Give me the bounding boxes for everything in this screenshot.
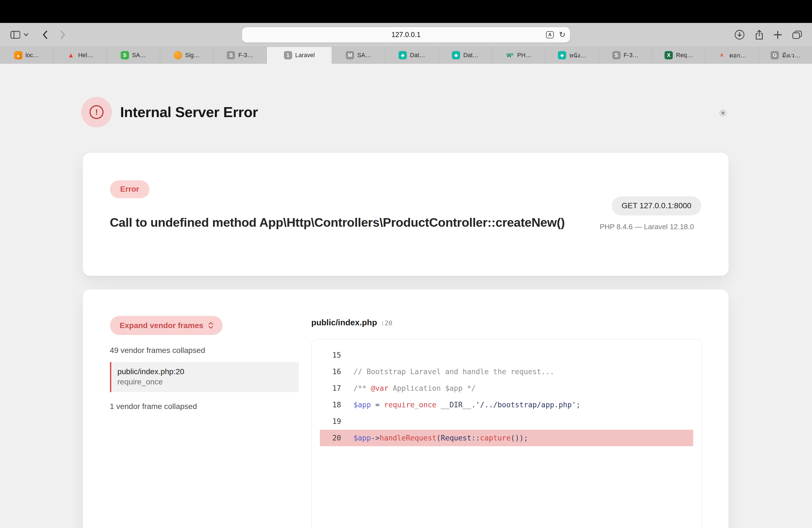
reload-icon[interactable]: ↻ <box>559 31 566 39</box>
line-number: 20 <box>320 434 341 442</box>
tab-label: Dat… <box>463 52 479 59</box>
frame-method: require_once <box>117 378 292 386</box>
tab-label: หนัง… <box>569 50 586 60</box>
line-number: 16 <box>320 368 341 376</box>
tab-4[interactable]: SF-3… <box>214 47 267 64</box>
error-page: ! Internal Server Error ☀ Error Call to … <box>0 64 812 528</box>
tab-label: F-3… <box>238 52 253 59</box>
tab-overview-icon[interactable] <box>793 31 802 39</box>
code-line-19: 19 <box>320 413 693 430</box>
favicon-g-gray-icon: G <box>771 51 779 59</box>
url-bar[interactable]: 127.0.0.1 A ↻ <box>242 27 570 43</box>
code-text: $app = require_once __DIR__.'/../bootstr… <box>353 401 581 409</box>
tab-14[interactable]: Gมีงเว… <box>759 47 812 64</box>
tab-12[interactable]: XReq… <box>652 47 706 64</box>
chevron-up-down-icon <box>208 322 214 329</box>
tab-3[interactable]: Sig… <box>160 47 214 64</box>
code-snippet-column: public/index.php :20 1516// Bootstrap La… <box>311 318 702 528</box>
favicon-laravel-icon: ▲ <box>67 51 75 59</box>
code-file-header: public/index.php :20 <box>311 318 702 327</box>
favicon-m-gray-icon: M <box>346 51 354 59</box>
page-title: Internal Server Error <box>120 104 258 120</box>
code-lines: 1516// Bootstrap Laravel and handle the … <box>311 347 701 446</box>
screen: 127.0.0.1 A ↻ ▲loc…▲Hel…SSA…Sig…SF-3…1La… <box>0 0 812 528</box>
favicon-red-chevrons-icon: « <box>718 51 726 59</box>
favicon-one-gray-icon: 1 <box>284 51 292 59</box>
tab-label: Laravel <box>295 52 315 59</box>
favicon-teal-icon: ◆ <box>558 51 566 59</box>
favicon-excel-icon: X <box>665 51 673 59</box>
toolbar-right-group <box>735 23 802 47</box>
error-circle-icon: ! <box>81 97 112 128</box>
code-text: /** @var Application $app */ <box>353 384 476 392</box>
favicon-teal-icon: ◆ <box>398 51 407 59</box>
tab-6[interactable]: MSA… <box>332 47 385 64</box>
error-summary-card: Error Call to undefined method App\Http\… <box>83 153 729 276</box>
tab-label: มีงเว… <box>782 50 800 60</box>
line-number: 19 <box>320 417 341 426</box>
tab-label: SA… <box>132 52 146 59</box>
code-text: $app->handleRequest(Request::capture()); <box>353 434 528 442</box>
code-line-20-highlighted: 20$app->handleRequest(Request::capture()… <box>320 430 693 446</box>
tab-label: PH… <box>517 52 532 59</box>
new-tab-icon[interactable] <box>773 31 782 39</box>
code-text: // Bootstrap Laravel and handle the requ… <box>353 368 554 376</box>
trace-frames-column: Expand vendor frames 49 vendor frames co… <box>110 316 299 411</box>
favicon-pma-icon: ▲ <box>14 51 23 59</box>
translate-icon[interactable]: A <box>546 31 554 39</box>
code-block: 1516// Bootstrap Laravel and handle the … <box>311 339 702 528</box>
browser-toolbar: 127.0.0.1 A ↻ <box>0 23 812 47</box>
tab-label: ดอก… <box>729 50 746 60</box>
favicon-w3-icon: W³ <box>506 51 514 59</box>
exclamation-icon: ! <box>89 105 104 119</box>
downloads-icon[interactable] <box>735 30 745 40</box>
code-file-name: public/index.php <box>311 318 377 327</box>
tab-7[interactable]: ◆Dat… <box>385 47 439 64</box>
tab-13[interactable]: «ดอก… <box>706 47 759 64</box>
stack-trace-card: Expand vendor frames 49 vendor frames co… <box>83 289 729 528</box>
tab-8[interactable]: ◆Dat… <box>439 47 492 64</box>
line-number: 18 <box>320 401 341 409</box>
macos-menubar <box>0 0 812 23</box>
sidebar-chevron-down-icon[interactable] <box>24 33 28 36</box>
vendor-frames-collapsed-bottom: 1 vendor frame collapsed <box>110 402 299 411</box>
error-badge: Error <box>110 180 150 199</box>
tab-label: Hel… <box>78 52 93 59</box>
sidebar-toggle-icon[interactable] <box>11 31 20 39</box>
favicon-orange-circle-icon <box>174 51 182 59</box>
theme-toggle-sun-icon[interactable]: ☀ <box>719 107 728 119</box>
back-icon[interactable] <box>42 30 48 40</box>
tab-0[interactable]: ▲loc… <box>0 47 53 64</box>
tab-label: Dat… <box>410 52 425 59</box>
expand-vendor-frames-button[interactable]: Expand vendor frames <box>110 316 222 335</box>
error-message: Call to undefined method App\Http\Contro… <box>110 214 607 231</box>
tab-label: F-3… <box>624 52 639 59</box>
favicon-s-gray-icon: S <box>227 51 235 59</box>
tab-11[interactable]: SF-3… <box>599 47 652 64</box>
tab-2[interactable]: SSA… <box>106 47 160 64</box>
tab-label: SA… <box>357 52 371 59</box>
tab-9[interactable]: W³PH… <box>492 47 546 64</box>
tab-label: Sig… <box>185 52 200 59</box>
error-page-header: ! Internal Server Error <box>81 97 258 128</box>
favicon-teal-icon: ◆ <box>452 51 460 59</box>
code-line-18: 18$app = require_once __DIR__.'/../boots… <box>320 397 693 413</box>
frame-file: public/index.php:20 <box>117 367 292 376</box>
tab-1[interactable]: ▲Hel… <box>53 47 106 64</box>
forward-icon[interactable] <box>60 30 66 40</box>
line-number: 15 <box>320 351 341 359</box>
url-text: 127.0.0.1 <box>391 31 421 39</box>
share-icon[interactable] <box>755 30 764 40</box>
tab-strip: ▲loc…▲Hel…SSA…Sig…SF-3…1LaravelMSA…◆Dat…… <box>0 47 812 64</box>
tab-10[interactable]: ◆หนัง… <box>546 47 599 64</box>
code-line-15: 15 <box>320 347 693 363</box>
tab-label: loc… <box>25 52 39 59</box>
code-line-17: 17/** @var Application $app */ <box>320 380 693 397</box>
tab-label: Req… <box>676 52 693 59</box>
url-bar-icons: A ↻ <box>546 31 565 39</box>
favicon-s-gray-icon: S <box>612 51 621 59</box>
tab-5-active[interactable]: 1Laravel <box>267 47 332 64</box>
trace-frame-item[interactable]: public/index.php:20 require_once <box>110 362 299 392</box>
version-info: PHP 8.4.6 — Laravel 12.18.0 <box>600 223 694 231</box>
code-file-line: :20 <box>381 319 392 327</box>
